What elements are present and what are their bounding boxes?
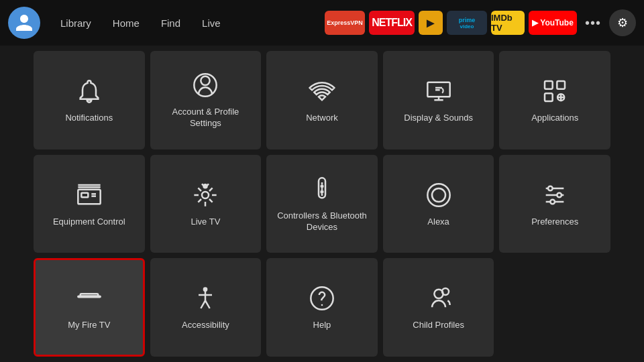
preferences-label: Preferences <box>531 217 578 228</box>
notifications-label: Notifications <box>65 113 113 124</box>
live-tv-label: Live TV <box>191 217 220 228</box>
grid-item-equipment-control[interactable]: Equipment Control <box>34 155 145 253</box>
nav-library[interactable]: Library <box>51 13 101 33</box>
applications-icon <box>540 76 570 106</box>
grid-item-account-profile[interactable]: Account & Profile Settings <box>150 51 262 149</box>
plex-icon[interactable]: ► <box>419 11 443 35</box>
accessibility-label: Accessibility <box>182 320 229 331</box>
svg-rect-4 <box>557 81 566 89</box>
child-profiles-icon <box>424 284 453 313</box>
grid-item-empty <box>499 258 610 357</box>
svg-point-21 <box>321 186 323 188</box>
nav-find[interactable]: Find <box>152 13 190 33</box>
grid-item-help[interactable]: Help <box>266 258 378 357</box>
svg-point-22 <box>321 191 323 193</box>
notifications-icon <box>74 76 104 106</box>
grid-item-network[interactable]: Network <box>266 51 378 149</box>
app-icons: ExpressVPN NETFLIX ► prime video IMDb TV… <box>325 9 636 36</box>
imdb-icon[interactable]: IMDb TV <box>491 11 525 35</box>
network-label: Network <box>306 113 338 124</box>
nav-live[interactable]: Live <box>193 13 230 33</box>
svg-point-30 <box>551 199 555 204</box>
grid-item-live-tv[interactable]: Live TV <box>150 155 262 253</box>
preferences-icon <box>540 180 570 210</box>
account-profile-label: Account & Profile Settings <box>157 107 255 129</box>
more-button[interactable]: ••• <box>581 11 605 35</box>
applications-label: Applications <box>531 113 578 124</box>
alexa-icon <box>424 180 453 210</box>
equipment-control-icon <box>74 180 104 210</box>
svg-point-39 <box>321 304 323 306</box>
grid-item-controllers-bluetooth[interactable]: Controllers & Bluetooth Devices <box>266 155 378 253</box>
netflix-icon[interactable]: NETFLIX <box>369 11 415 35</box>
svg-point-0 <box>201 76 210 85</box>
grid-item-preferences[interactable]: Preferences <box>499 155 610 253</box>
grid-item-my-fire-tv[interactable]: My Fire TV <box>34 258 145 357</box>
svg-rect-10 <box>81 192 88 197</box>
help-label: Help <box>313 320 331 331</box>
svg-point-29 <box>557 192 562 197</box>
display-sounds-label: Display & Sounds <box>404 113 473 124</box>
expressvpn-icon[interactable]: ExpressVPN <box>325 11 365 35</box>
grid-item-display-sounds[interactable]: Display & Sounds <box>383 51 494 149</box>
grid-item-alexa[interactable]: Alexa <box>383 155 494 253</box>
svg-point-15 <box>202 192 209 198</box>
settings-grid: Notifications Account & Profile Settings… <box>34 51 610 357</box>
grid-item-applications[interactable]: Applications <box>499 51 610 149</box>
grid-item-child-profiles[interactable]: Child Profiles <box>383 258 494 357</box>
svg-rect-5 <box>545 93 553 101</box>
svg-point-33 <box>203 288 208 292</box>
svg-rect-3 <box>545 81 553 89</box>
main-content: Notifications Account & Profile Settings… <box>0 46 644 362</box>
grid-item-accessibility[interactable]: Accessibility <box>150 258 262 357</box>
account-profile-icon <box>191 70 220 100</box>
network-icon <box>307 76 337 106</box>
svg-line-37 <box>205 301 210 309</box>
settings-button[interactable]: ⚙ <box>609 9 636 36</box>
youtube-icon[interactable]: ▶ YouTube <box>529 11 577 35</box>
alexa-label: Alexa <box>427 217 449 228</box>
live-tv-icon <box>191 180 220 210</box>
display-sounds-icon <box>424 76 453 106</box>
svg-point-23 <box>427 184 449 206</box>
equipment-control-label: Equipment Control <box>53 217 125 228</box>
nav-home[interactable]: Home <box>103 13 149 33</box>
my-fire-tv-icon <box>74 284 104 313</box>
help-icon <box>307 284 337 313</box>
controllers-bluetooth-label: Controllers & Bluetooth Devices <box>273 210 371 233</box>
controllers-bluetooth-icon <box>307 174 337 204</box>
prime-video-icon[interactable]: prime video <box>447 11 487 35</box>
avatar[interactable] <box>8 7 40 39</box>
grid-item-notifications[interactable]: Notifications <box>34 51 145 149</box>
my-fire-tv-label: My Fire TV <box>68 320 110 331</box>
accessibility-icon <box>191 284 220 313</box>
nav-links: Library Home Find Live <box>51 13 230 33</box>
svg-rect-32 <box>78 296 100 298</box>
svg-point-28 <box>548 186 553 190</box>
svg-point-24 <box>432 188 445 202</box>
svg-line-36 <box>201 301 206 309</box>
child-profiles-label: Child Profiles <box>413 320 464 331</box>
nav-bar: Library Home Find Live ExpressVPN NETFLI… <box>0 0 644 46</box>
